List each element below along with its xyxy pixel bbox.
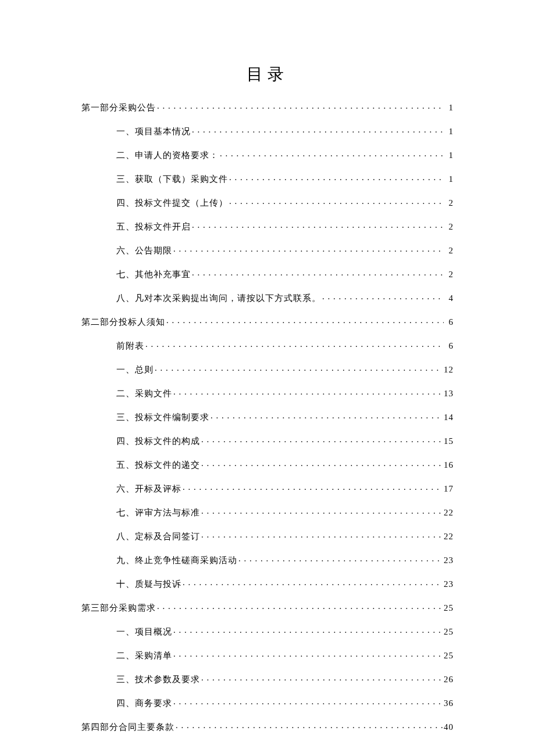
toc-dot-leader [183, 483, 443, 492]
document-page: 目录 第一部分采购公告1一、项目基本情况1二、申请人的资格要求：1三、获取（下载… [0, 0, 535, 756]
toc-entry-label: 二、申请人的资格要求： [116, 151, 219, 160]
toc-entry: 第三部分采购需求25 [81, 602, 454, 612]
toc-entry-page: 23 [444, 580, 454, 589]
toc-entry-label: 八、定标及合同签订 [116, 532, 200, 541]
toc-dot-leader [238, 554, 443, 563]
toc-dot-leader [201, 673, 443, 682]
toc-entry-label: 一、项目基本情况 [116, 127, 191, 136]
toc-entry-page: 2 [445, 270, 454, 279]
toc-entry-label: 二、采购文件 [116, 389, 172, 398]
toc-entry-page: 1 [445, 127, 454, 136]
toc-dot-leader [220, 149, 444, 158]
toc-dot-leader [173, 245, 444, 253]
toc-entry: 八、凡对本次采购提出询问，请按以下方式联系。4 [81, 292, 454, 303]
toc-entry: 十、质疑与投诉23 [81, 578, 454, 589]
toc-entry-page: 23 [444, 556, 454, 565]
toc-entry-page: 1 [445, 175, 454, 184]
toc-entry-label: 六、公告期限 [116, 246, 172, 255]
toc-entry: 四、投标文件提交（上传）2 [81, 197, 454, 207]
toc-entry: 九、终止竞争性磋商采购活动23 [81, 554, 454, 565]
toc-entry: 第二部分投标人须知6 [81, 316, 454, 327]
page-title: 目录 [81, 63, 454, 85]
toc-entry-page: 2 [445, 199, 454, 207]
toc-entry-label: 第一部分采购公告 [81, 103, 156, 112]
toc-entry-label: 七、评审方法与标准 [116, 508, 200, 517]
toc-entry-label: 四、投标文件的构成 [116, 437, 200, 446]
toc-entry: 五、投标文件开启2 [81, 221, 454, 231]
toc-entry-page: 36 [444, 699, 454, 708]
toc-dot-leader [183, 578, 443, 587]
toc-entry: 六、开标及评标17 [81, 483, 454, 493]
toc-dot-leader [192, 126, 444, 134]
toc-entry: 第四部分合同主要条款40 [81, 721, 454, 732]
toc-entry-page: 2 [445, 223, 454, 231]
toc-entry-page: 14 [444, 413, 454, 422]
toc-dot-leader [229, 197, 444, 206]
toc-entry-label: 七、其他补充事宜 [116, 270, 191, 279]
toc-entry: 一、项目概况25 [81, 626, 454, 636]
toc-dot-leader [166, 316, 444, 325]
toc-entry-label: 第二部分投标人须知 [81, 318, 165, 327]
toc-dot-leader [173, 388, 443, 396]
toc-entry-label: 一、总则 [116, 366, 154, 374]
toc-entry-page: 1 [445, 103, 454, 112]
toc-entry: 三、获取（下载）采购文件1 [81, 173, 454, 184]
toc-entry: 二、采购文件13 [81, 388, 454, 398]
toc-dot-leader [173, 650, 443, 658]
toc-entry-page: 25 [444, 628, 454, 636]
toc-entry: 二、申请人的资格要求：1 [81, 149, 454, 160]
toc-entry-label: 一、项目概况 [116, 628, 172, 636]
toc-dot-leader [201, 507, 443, 515]
toc-entry: 七、评审方法与标准22 [81, 507, 454, 517]
toc-entry-label: 九、终止竞争性磋商采购活动 [116, 556, 237, 565]
toc-entry-label: 四、商务要求 [116, 699, 172, 708]
toc-entry-page: 25 [444, 604, 454, 612]
toc-dot-leader [201, 459, 443, 468]
toc-entry-label: 八、凡对本次采购提出询问，请按以下方式联系。 [116, 294, 321, 303]
toc-entry-page: 40 [444, 723, 454, 732]
toc-entry-label: 前附表 [116, 342, 144, 350]
toc-entry: 四、商务要求36 [81, 697, 454, 708]
toc-dot-leader [201, 531, 443, 539]
table-of-contents: 第一部分采购公告1一、项目基本情况1二、申请人的资格要求：1三、获取（下载）采购… [81, 102, 454, 732]
toc-entry: 一、项目基本情况1 [81, 126, 454, 136]
toc-entry: 八、定标及合同签订22 [81, 531, 454, 541]
toc-dot-leader [229, 173, 444, 182]
toc-dot-leader [157, 102, 444, 110]
toc-dot-leader [176, 721, 443, 730]
toc-entry-label: 三、获取（下载）采购文件 [116, 175, 228, 184]
toc-entry: 三、技术参数及要求26 [81, 673, 454, 684]
toc-dot-leader [173, 697, 443, 706]
toc-entry-page: 15 [444, 437, 454, 446]
toc-entry-page: 16 [444, 461, 454, 470]
toc-dot-leader [192, 268, 444, 277]
toc-entry-label: 三、技术参数及要求 [116, 675, 200, 684]
toc-entry-page: 22 [444, 508, 454, 517]
toc-entry-page: 17 [444, 485, 454, 493]
toc-entry-page: 13 [444, 389, 454, 398]
toc-dot-leader [155, 364, 443, 372]
toc-entry-label: 五、投标文件开启 [116, 223, 191, 231]
toc-entry: 六、公告期限2 [81, 245, 454, 255]
toc-entry: 一、总则12 [81, 364, 454, 374]
toc-dot-leader [145, 340, 444, 349]
toc-entry-label: 十、质疑与投诉 [116, 580, 181, 589]
toc-entry-page: 6 [445, 318, 454, 327]
toc-entry: 三、投标文件编制要求14 [81, 411, 454, 422]
toc-dot-leader [173, 626, 443, 635]
toc-dot-leader [211, 411, 443, 420]
toc-entry-page: 26 [444, 675, 454, 684]
toc-entry-label: 二、采购清单 [116, 651, 172, 660]
toc-entry-label: 三、投标文件编制要求 [116, 413, 209, 422]
toc-entry: 第一部分采购公告1 [81, 102, 454, 112]
toc-entry-label: 第四部分合同主要条款 [81, 723, 174, 732]
toc-entry: 前附表6 [81, 340, 454, 350]
toc-entry: 七、其他补充事宜2 [81, 268, 454, 279]
toc-entry-label: 四、投标文件提交（上传） [116, 199, 228, 207]
toc-entry: 二、采购清单25 [81, 650, 454, 660]
toc-dot-leader [157, 602, 443, 611]
toc-entry-label: 五、投标文件的递交 [116, 461, 200, 470]
toc-entry-label: 第三部分采购需求 [81, 604, 156, 612]
toc-entry-page: 12 [444, 366, 454, 374]
toc-entry-page: 6 [445, 342, 454, 350]
